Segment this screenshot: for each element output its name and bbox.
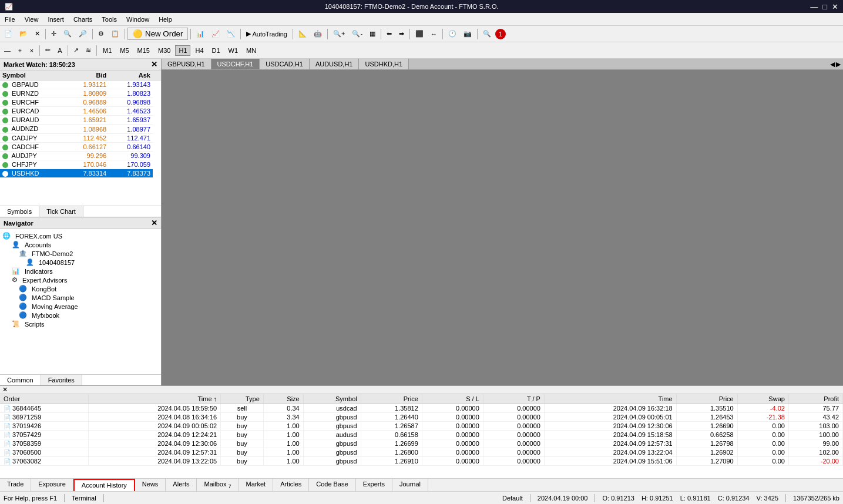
- nav-item-1040408157[interactable]: 👤1040408157: [2, 258, 159, 267]
- terminal-col-10[interactable]: Swap: [737, 394, 788, 404]
- menu-help[interactable]: Help: [154, 15, 177, 24]
- chart-shift[interactable]: ⬛: [412, 28, 426, 39]
- terminal-tab-account-history[interactable]: Account History: [73, 479, 135, 491]
- tf-h1[interactable]: H1: [175, 45, 190, 56]
- terminal-row[interactable]: 📄 37057429 2024.04.09 12:24:21 buy 1.00 …: [0, 431, 843, 439]
- menu-charts[interactable]: Charts: [69, 15, 97, 24]
- terminal-col-3[interactable]: Size: [263, 394, 303, 404]
- maximize-button[interactable]: □: [822, 2, 827, 11]
- menu-window[interactable]: Window: [122, 15, 154, 24]
- autotrading-button[interactable]: ▶ AutoTrading: [243, 28, 290, 39]
- new-order-button[interactable]: 🟡 New Order: [127, 28, 188, 40]
- zoom-in2[interactable]: 🔍+: [330, 28, 348, 39]
- tf-m5[interactable]: M5: [116, 45, 132, 56]
- market-watch-row[interactable]: AUDJPY 99.296 99.309: [0, 151, 161, 160]
- crosshair-button[interactable]: ✛: [48, 28, 59, 39]
- terminal-col-7[interactable]: T / P: [483, 394, 544, 404]
- market-watch-row[interactable]: EURAUD 1.65921 1.65937: [0, 116, 161, 125]
- terminal-row[interactable]: 📄 37063082 2024.04.09 13:22:05 buy 1.00 …: [0, 457, 843, 466]
- search-btn[interactable]: 🔍: [480, 28, 494, 39]
- market-watch-row[interactable]: EURNZD 1.80809 1.80823: [0, 89, 161, 98]
- terminal-col-4[interactable]: Symbol: [303, 394, 361, 404]
- minus-btn[interactable]: ×: [26, 45, 37, 56]
- nav-btn2[interactable]: ➡: [396, 28, 407, 39]
- terminal-tab-mailbox[interactable]: Mailbox 7: [197, 479, 239, 491]
- terminal-tab-market[interactable]: Market: [239, 479, 274, 491]
- menu-tools[interactable]: Tools: [97, 15, 122, 24]
- terminal-tab-alerts[interactable]: Alerts: [166, 479, 197, 491]
- terminal-col-1[interactable]: Time ↑: [89, 394, 221, 404]
- tf-h4[interactable]: H4: [192, 45, 207, 56]
- tf-d1[interactable]: D1: [209, 45, 224, 56]
- chart-type-3[interactable]: 📉: [224, 28, 238, 39]
- nav-item-moving-average[interactable]: 🔵Moving Average: [2, 302, 159, 311]
- nav-item-expert-advisors[interactable]: ⚙Expert Advisors: [2, 275, 159, 284]
- nav-item-ftmo-demo2[interactable]: 🏦FTMO-Demo2: [2, 249, 159, 258]
- tf-m1[interactable]: M1: [99, 45, 115, 56]
- fib-btn[interactable]: ≋: [83, 45, 94, 56]
- expert-btn[interactable]: 🤖: [311, 28, 325, 39]
- grid-btn[interactable]: ▦: [367, 28, 378, 39]
- nav-item-indicators[interactable]: 📊Indicators: [2, 267, 159, 275]
- nav-tab-favorites[interactable]: Favorites: [41, 375, 82, 385]
- minimize-button[interactable]: —: [810, 2, 818, 11]
- terminal-tab-exposure[interactable]: Exposure: [31, 479, 73, 491]
- plus-btn[interactable]: +: [15, 45, 25, 56]
- tf-m30[interactable]: M30: [155, 45, 174, 56]
- chart-tab-gbpusd[interactable]: GBPUSD,H1: [162, 59, 211, 69]
- market-watch-close[interactable]: ✕: [151, 60, 157, 69]
- tf-w1[interactable]: W1: [225, 45, 242, 56]
- chart-type-2[interactable]: 📈: [209, 28, 223, 39]
- nav-item-myfxbook[interactable]: 🔵Myfxbook: [2, 311, 159, 320]
- market-watch-row[interactable]: AUDNZD 1.08968 1.08977: [0, 125, 161, 133]
- menu-insert[interactable]: Insert: [43, 15, 69, 24]
- arrow-btn[interactable]: ↗: [70, 45, 82, 56]
- terminal-tab-journal[interactable]: Journal: [392, 479, 428, 491]
- text-btn[interactable]: A: [55, 45, 65, 56]
- zoom-in-button[interactable]: 🔍: [61, 28, 75, 39]
- terminal-col-6[interactable]: S / L: [422, 394, 483, 404]
- draw-btn[interactable]: ✏: [42, 45, 53, 56]
- chart-scroll-left[interactable]: ◀: [830, 61, 835, 68]
- chart-tab-usdcad[interactable]: USDCAD,H1: [260, 59, 310, 69]
- terminal-col-5[interactable]: Price: [361, 394, 422, 404]
- terminal-col-2[interactable]: Type: [221, 394, 264, 404]
- new-chart-button[interactable]: 📄: [1, 28, 15, 39]
- chart-scroll-right[interactable]: ▶: [836, 61, 841, 68]
- terminal-tab-articles[interactable]: Articles: [273, 479, 309, 491]
- nav-item-kongbot[interactable]: 🔵KongBot: [2, 284, 159, 293]
- zoom-out2[interactable]: 🔍-: [349, 28, 365, 39]
- terminal-col-11[interactable]: Profit: [788, 394, 842, 404]
- menu-file[interactable]: File: [0, 15, 20, 24]
- open-button[interactable]: 📂: [16, 28, 31, 39]
- chart-type-1[interactable]: 📊: [193, 28, 207, 39]
- close-button-tb[interactable]: ✕: [32, 28, 43, 39]
- market-watch-row[interactable]: CADJPY 112.452 112.471: [0, 133, 161, 142]
- chart-tab-audusd[interactable]: AUDUSD,H1: [310, 59, 360, 69]
- clock-btn[interactable]: 🕐: [445, 28, 459, 39]
- terminal-close[interactable]: ✕: [2, 386, 8, 394]
- close-button[interactable]: ✕: [832, 2, 838, 11]
- terminal-row[interactable]: 📄 37019426 2024.04.09 00:05:02 buy 1.00 …: [0, 422, 843, 431]
- alert-btn[interactable]: 1: [495, 29, 506, 39]
- terminal-col-9[interactable]: Price: [676, 394, 737, 404]
- market-watch-row-selected[interactable]: USDHKD 7.83314 7.83373: [0, 169, 161, 177]
- terminal-tab-news[interactable]: News: [135, 479, 166, 491]
- market-watch-row[interactable]: CADCHF 0.66127 0.66140: [0, 142, 161, 151]
- chart-tab-usdchf[interactable]: USDCHF,H1: [211, 59, 260, 69]
- market-watch-row[interactable]: CHFJPY 170.046 170.059: [0, 160, 161, 169]
- indicator-btn[interactable]: 📐: [295, 28, 310, 39]
- nav-tab-common[interactable]: Common: [0, 375, 41, 385]
- tf-m15[interactable]: M15: [134, 45, 153, 56]
- tf-mn[interactable]: MN: [243, 45, 260, 56]
- nav-item-scripts[interactable]: 📜Scripts: [2, 320, 159, 328]
- zoom-out-button[interactable]: 🔎: [76, 28, 90, 39]
- terminal-col-8[interactable]: Time: [544, 394, 676, 404]
- terminal-row[interactable]: 📄 37058359 2024.04.09 12:30:06 buy 1.00 …: [0, 439, 843, 448]
- market-watch-row[interactable]: EURCHF 0.96889 0.96898: [0, 98, 161, 107]
- mw-tab-symbols[interactable]: Symbols: [0, 206, 39, 217]
- terminal-row[interactable]: 📄 36844645 2024.04.05 18:59:50 sell 0.34…: [0, 404, 843, 413]
- nav-btn1[interactable]: ⬅: [384, 28, 395, 39]
- menu-view[interactable]: View: [20, 15, 43, 24]
- screenshot-btn[interactable]: 📷: [461, 28, 475, 39]
